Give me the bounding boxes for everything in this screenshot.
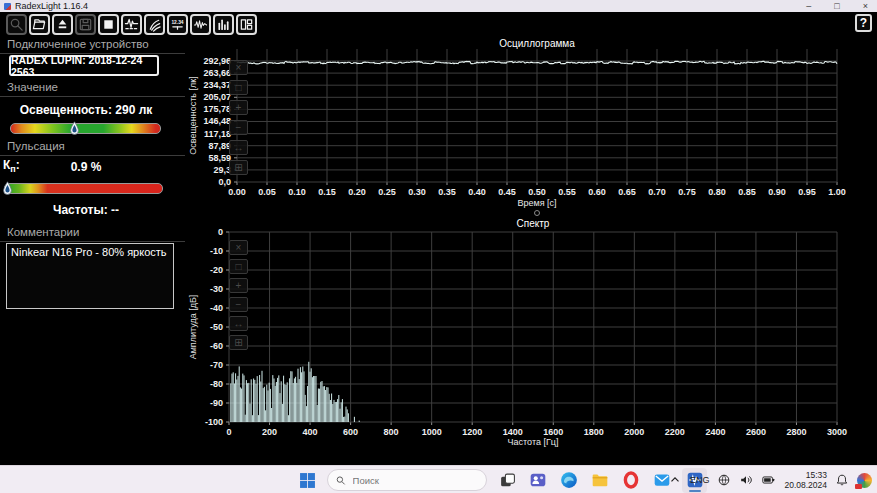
svg-text:0.00: 0.00 — [228, 187, 246, 197]
teams-button[interactable] — [527, 469, 549, 491]
spectrum-bars-icon — [216, 17, 231, 32]
opera-button[interactable] — [620, 469, 642, 491]
svg-text:-40: -40 — [210, 303, 223, 313]
language-indicator[interactable]: ENG — [690, 475, 710, 485]
illuminance-scale — [10, 123, 161, 134]
spectrum-xlabel: Частота [Гц] — [508, 437, 559, 447]
eject-icon — [55, 17, 70, 32]
chart-box-zoom-button[interactable]: □ — [229, 259, 248, 274]
edge-button[interactable] — [558, 469, 580, 491]
svg-text:175,78: 175,78 — [203, 104, 231, 114]
svg-text:292,96: 292,96 — [203, 56, 231, 66]
system-tray: ENG 15:33 20.08.2024 — [668, 466, 872, 493]
spectrum-view-button[interactable] — [213, 14, 234, 35]
task-view-icon — [499, 472, 516, 489]
value-section-header: Значение — [0, 81, 185, 97]
pulsation-section-header: Пульсация — [0, 140, 185, 156]
svg-text:0.80: 0.80 — [708, 187, 726, 197]
floppy-icon — [78, 17, 93, 32]
chart-fit-button[interactable]: ⊞ — [229, 160, 248, 175]
chart-zoom-in-button[interactable]: + — [229, 278, 248, 293]
chart-zoom-out-button[interactable]: − — [229, 120, 248, 135]
svg-text:1400: 1400 — [503, 427, 523, 437]
app-icon — [4, 3, 11, 10]
svg-text:0.10: 0.10 — [288, 187, 306, 197]
chart-box-zoom-button[interactable]: □ — [229, 80, 248, 95]
svg-text:800: 800 — [384, 427, 399, 437]
window-titlebar: RadexLight 1.16.4 – □ × — [0, 0, 877, 12]
minimize-button[interactable]: – — [806, 1, 811, 11]
waveform-dashed-icon — [124, 17, 139, 32]
teams-icon — [529, 471, 547, 489]
oscillogram-view-button[interactable] — [190, 14, 211, 35]
svg-text:0.50: 0.50 — [528, 187, 546, 197]
svg-text:87,89: 87,89 — [208, 141, 231, 151]
volume-icon[interactable] — [739, 473, 753, 487]
start-button[interactable] — [296, 469, 318, 491]
maximize-button[interactable]: □ — [834, 1, 839, 11]
zoom-tool-button[interactable] — [6, 14, 27, 35]
oscillogram-icon — [193, 17, 208, 32]
pulsation-mode-button[interactable] — [144, 14, 165, 35]
stop-measure-button[interactable] — [98, 14, 119, 35]
digits-icon: 12.34 — [170, 17, 185, 32]
svg-text:2400: 2400 — [705, 427, 725, 437]
chart-zoom-reset-button[interactable]: × — [229, 60, 248, 75]
layout-button[interactable] — [236, 14, 257, 35]
chart-pan-button[interactable]: ↔ — [229, 140, 248, 155]
help-button[interactable]: ? — [855, 14, 872, 32]
battery-icon[interactable] — [761, 473, 776, 487]
spectrum-chart: 0200400600800100012001400160018002000220… — [185, 214, 877, 454]
taskbar: ENG 15:33 20.08.2024 — [0, 465, 877, 493]
svg-text:-50: -50 — [210, 322, 223, 332]
comment-input[interactable]: Ninkear N16 Pro - 80% яркость — [6, 243, 174, 309]
svg-text:0.65: 0.65 — [618, 187, 636, 197]
file-explorer-icon — [591, 471, 609, 489]
notifications-bell-icon[interactable] — [835, 473, 849, 487]
widgets-button[interactable] — [857, 473, 872, 488]
oscillogram-mode-button[interactable] — [121, 14, 142, 35]
chart-zoom-in-button[interactable]: + — [229, 100, 248, 115]
edge-icon — [560, 471, 578, 489]
search-input[interactable] — [351, 474, 478, 487]
chart-fit-button[interactable]: ⊞ — [229, 335, 248, 350]
numeric-display-button[interactable]: 12.34 — [167, 14, 188, 35]
svg-text:-20: -20 — [210, 265, 223, 275]
file-explorer-button[interactable] — [589, 469, 611, 491]
svg-text:0: 0 — [226, 427, 231, 437]
eject-device-button[interactable] — [52, 14, 73, 35]
clock-date: 20.08.2024 — [784, 480, 827, 490]
opera-icon — [622, 471, 640, 489]
chart-pan-button[interactable]: ↔ — [229, 316, 248, 331]
svg-text:0: 0 — [218, 227, 223, 237]
illuminance-marker-icon — [69, 121, 80, 136]
svg-text:1.00: 1.00 — [828, 187, 846, 197]
svg-text:-70: -70 — [210, 360, 223, 370]
svg-text:-30: -30 — [210, 284, 223, 294]
svg-text:0.30: 0.30 — [408, 187, 426, 197]
windows-start-icon — [299, 472, 316, 489]
taskbar-search[interactable] — [327, 469, 487, 491]
svg-text:0.90: 0.90 — [768, 187, 786, 197]
svg-text:263,66: 263,66 — [203, 68, 231, 78]
svg-text:3000: 3000 — [827, 427, 847, 437]
spectrum-ylabel: Амплитуда [дБ] — [188, 295, 198, 360]
pulsation-scale — [4, 183, 163, 194]
tray-overflow-chevron-icon[interactable] — [668, 473, 682, 487]
open-file-button[interactable] — [29, 14, 50, 35]
chart-zoom-out-button[interactable]: − — [229, 297, 248, 312]
window-controls: – □ × — [806, 1, 877, 11]
close-button[interactable]: × — [863, 1, 868, 11]
network-globe-icon[interactable] — [717, 473, 731, 487]
svg-text:0.40: 0.40 — [468, 187, 486, 197]
svg-text:1800: 1800 — [584, 427, 604, 437]
device-button[interactable]: RADEX LUPIN: 2018-12-24 2563 — [9, 55, 159, 76]
split-panes-icon — [239, 17, 254, 32]
chart-zoom-reset-button[interactable]: × — [229, 240, 248, 255]
svg-text:600: 600 — [343, 427, 358, 437]
taskbar-clock[interactable]: 15:33 20.08.2024 — [784, 470, 827, 490]
task-view-button[interactable] — [496, 469, 518, 491]
pulsation-marker-icon — [2, 181, 13, 196]
svg-text:0.15: 0.15 — [318, 187, 336, 197]
save-button[interactable] — [75, 14, 96, 35]
